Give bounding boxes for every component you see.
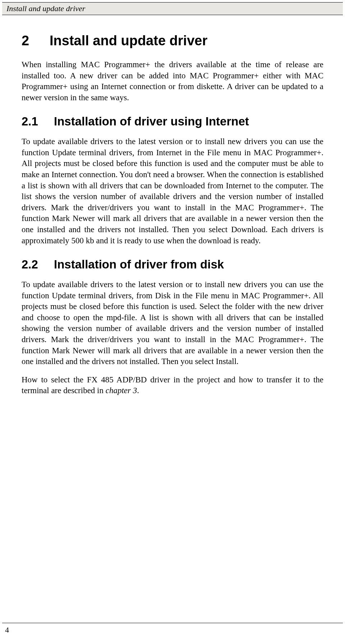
note-prefix: How to select the FX 485 ADP/BD driver i… [22,375,323,395]
section-title: Installation of driver from disk [54,258,224,271]
page-footer: 4 [2,623,343,635]
intro-paragraph: When installing MAC Programmer+ the driv… [22,59,323,103]
section-title: Installation of driver using Internet [54,115,249,128]
chapter-number: 2 [22,33,50,49]
note-suffix: . [137,386,139,395]
chapter-title: Install and update driver [50,33,207,48]
section-2-body: To update available drivers to the lates… [22,279,323,367]
section-number: 2.1 [22,115,54,128]
chapter-reference: chapter 3 [106,386,137,395]
chapter-heading: 2Install and update driver [22,33,323,49]
page-header: Install and update driver [2,2,343,15]
page-number: 4 [2,625,9,634]
section-2-note: How to select the FX 485 ADP/BD driver i… [22,374,323,396]
section-heading-1: 2.1Installation of driver using Internet [22,115,323,128]
page-content: 2Install and update driver When installi… [0,15,345,396]
section-heading-2: 2.2Installation of driver from disk [22,258,323,271]
section-1-body: To update available drivers to the lates… [22,136,323,246]
section-number: 2.2 [22,258,54,271]
header-title: Install and update driver [6,4,85,13]
